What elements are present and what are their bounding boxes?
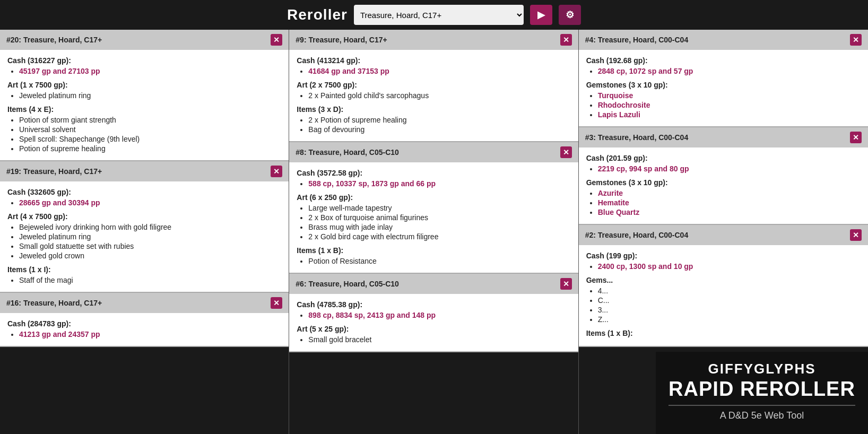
list-item: 3... [598,306,861,314]
card-3-cash-value: 2219 cp, 994 sp and 80 gp [598,164,689,173]
card-2-body: Cash (199 gp): 2400 cp, 1300 sp and 10 g… [579,245,868,346]
list-item: Jeweled platinum ring [19,91,281,100]
card-9-cash-value: 41684 gp and 37153 pp [308,67,389,75]
card-6-close[interactable]: ✕ [560,278,572,290]
list-item: Brass mug with jade inlay [308,223,570,231]
card-4-gems-label: Gemstones (3 x 10 gp): [586,81,861,89]
card-16-title: #16: Treasure, Hoard, C17+ [6,299,102,307]
card-16-cash-value: 41213 gp and 24357 pp [19,330,100,338]
card-20-title: #20: Treasure, Hoard, C17+ [6,36,102,44]
card-6-body: Cash (4785.38 gp): 898 cp, 8834 sp, 2413… [289,294,578,351]
card-19-close[interactable]: ✕ [271,166,282,177]
card-19-items-label: Items (1 x I): [7,265,281,274]
list-item: Bejeweled ivory drinking horn with gold … [19,223,281,231]
list-item: Z... [598,315,861,324]
card-2-close[interactable]: ✕ [850,229,862,241]
card-4-close[interactable]: ✕ [850,34,862,46]
card-9-close[interactable]: ✕ [560,34,572,46]
card-9-art-label: Art (2 x 7500 gp): [297,81,570,89]
list-item: Potion of supreme healing [19,144,281,153]
table-select[interactable]: Treasure, Hoard, C17+Treasure, Hoard, C0… [354,5,524,25]
card-9-title: #9: Treasure, Hoard, C17+ [296,36,387,44]
card-4-cash-label: Cash (192.68 gp): [586,56,861,65]
card-8-items-label: Items (1 x B): [297,246,570,255]
list-item: Jeweled gold crown [19,251,281,260]
column-1: #20: Treasure, Hoard, C17+ ✕ Cash (31622… [0,30,289,434]
list-item: Jeweled platinum ring [19,232,281,241]
list-item: Turquoise [598,91,633,100]
list-item: Potion of storm giant strength [19,116,281,124]
list-item: Universal solvent [19,125,281,134]
card-2-header: #2: Treasure, Hoard, C00-C04 ✕ [579,225,868,245]
card-3-body: Cash (201.59 gp): 2219 cp, 994 sp and 80… [579,147,868,224]
card-16-header: #16: Treasure, Hoard, C17+ ✕ [0,293,289,313]
card-3-cash-label: Cash (201.59 gp): [586,154,861,162]
column-2: #9: Treasure, Hoard, C17+ ✕ Cash (413214… [289,30,578,434]
card-8: #8: Treasure, Hoard, C05-C10 ✕ Cash (357… [289,142,578,274]
card-20: #20: Treasure, Hoard, C17+ ✕ Cash (31622… [0,30,289,161]
list-item: Small gold bracelet [308,335,570,344]
card-6-header: #6: Treasure, Hoard, C05-C10 ✕ [289,274,578,294]
card-2-cash-label: Cash (199 gp): [586,251,861,260]
card-2-gems-label: Gems... [586,276,861,284]
card-2: #2: Treasure, Hoard, C00-C04 ✕ Cash (199… [579,225,868,347]
card-20-art-label: Art (1 x 7500 gp): [7,81,281,89]
card-8-close[interactable]: ✕ [560,146,572,158]
card-3: #3: Treasure, Hoard, C00-C04 ✕ Cash (201… [579,127,868,225]
list-item: 2 x Painted gold child's sarcophagus [308,91,570,100]
list-item: Hematite [598,198,629,207]
card-8-art-label: Art (6 x 250 gp): [297,193,570,202]
card-9-header: #9: Treasure, Hoard, C17+ ✕ [289,30,578,50]
card-9-body: Cash (413214 gp): 41684 gp and 37153 pp … [289,50,578,141]
card-16: #16: Treasure, Hoard, C17+ ✕ Cash (28478… [0,293,289,347]
card-20-close[interactable]: ✕ [271,34,282,46]
card-3-close[interactable]: ✕ [850,132,862,143]
card-6-art-label: Art (5 x 25 gp): [297,325,570,333]
list-item: Azurite [598,189,623,197]
list-item: Large well-made tapestry [308,204,570,212]
play-button[interactable]: ▶ [530,5,552,25]
banner-title: GIFFYGLYPHS [669,361,855,377]
gear-button[interactable]: ⚙ [559,5,581,25]
card-3-header: #3: Treasure, Hoard, C00-C04 ✕ [579,127,868,147]
card-6-cash-value: 898 cp, 8834 sp, 2413 gp and 148 pp [308,311,436,319]
list-item: Staff of the magi [19,276,281,284]
list-item: Blue Quartz [598,208,640,216]
card-4-header: #4: Treasure, Hoard, C00-C04 ✕ [579,30,868,50]
card-2-title: #2: Treasure, Hoard, C00-C04 [585,231,689,239]
card-19-art-label: Art (4 x 7500 gp): [7,212,281,221]
card-6-cash-label: Cash (4785.38 gp): [297,300,570,309]
card-4: #4: Treasure, Hoard, C00-C04 ✕ Cash (192… [579,30,868,127]
overlay-banner: GIFFYGLYPHS RAPID REROLLER A D&D 5e Web … [656,352,868,434]
list-item: Lapis Lazuli [598,110,640,119]
list-item: 4... [598,287,861,295]
banner-subtitle: RAPID REROLLER [669,378,855,401]
card-8-cash-value: 588 cp, 10337 sp, 1873 gp and 66 pp [308,179,436,188]
card-4-cash-value: 2848 cp, 1072 sp and 57 gp [598,67,693,75]
app-title: Reroller [287,6,348,23]
card-16-body: Cash (284783 gp): 41213 gp and 24357 pp [0,313,289,346]
card-9-cash-label: Cash (413214 gp): [297,56,570,65]
card-20-header: #20: Treasure, Hoard, C17+ ✕ [0,30,289,50]
card-3-gems-label: Gemstones (3 x 10 gp): [586,178,861,187]
card-19-body: Cash (332605 gp): 28665 gp and 30394 pp … [0,181,289,292]
card-2-items-label: Items (1 x B): [586,329,861,337]
card-19: #19: Treasure, Hoard, C17+ ✕ Cash (33260… [0,161,289,293]
list-item: 2 x Box of turquoise animal figurines [308,213,570,222]
list-item: Small gold statuette set with rubies [19,242,281,250]
card-20-cash-label: Cash (316227 gp): [7,56,281,65]
card-16-close[interactable]: ✕ [271,297,282,309]
card-4-title: #4: Treasure, Hoard, C00-C04 [585,36,689,44]
card-20-body: Cash (316227 gp): 45197 gp and 27103 pp … [0,50,289,160]
card-8-header: #8: Treasure, Hoard, C05-C10 ✕ [289,142,578,162]
banner-divider [669,405,855,406]
card-9-items-label: Items (3 x D): [297,105,570,114]
list-item: Bag of devouring [308,125,570,134]
card-19-cash-value: 28665 gp and 30394 pp [19,198,100,207]
card-19-header: #19: Treasure, Hoard, C17+ ✕ [0,161,289,181]
card-8-title: #8: Treasure, Hoard, C05-C10 [296,148,399,157]
card-20-cash-value: 45197 gp and 27103 pp [19,67,100,75]
banner-desc: A D&D 5e Web Tool [669,410,855,421]
card-19-cash-label: Cash (332605 gp): [7,188,281,196]
card-9: #9: Treasure, Hoard, C17+ ✕ Cash (413214… [289,30,578,142]
